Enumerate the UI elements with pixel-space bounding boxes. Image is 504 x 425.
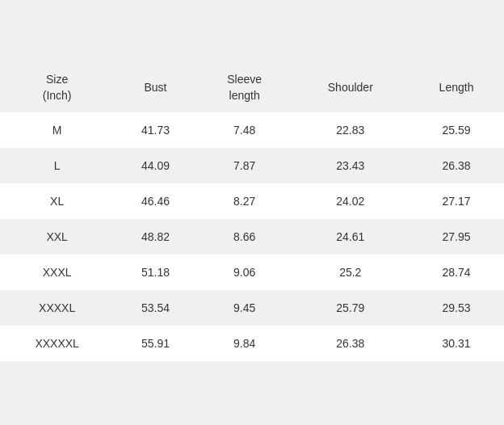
table-row: XXXXL53.549.4525.7929.53	[0, 290, 504, 326]
header-shoulder: Shoulder	[292, 64, 409, 112]
cell-sleeve: 8.27	[197, 183, 292, 219]
size-chart: Size (Inch)BustSleeve lengthShoulderLeng…	[0, 64, 504, 360]
cell-length: 28.74	[409, 255, 504, 290]
cell-sleeve: 9.84	[197, 326, 292, 361]
cell-length: 26.38	[409, 148, 504, 183]
cell-shoulder: 25.79	[292, 290, 409, 326]
table-row: XXXXXL55.919.8426.3830.31	[0, 326, 504, 361]
cell-length: 29.53	[409, 290, 504, 326]
cell-length: 25.59	[409, 112, 504, 148]
table-row: XXXL51.189.0625.228.74	[0, 255, 504, 290]
cell-size: L	[0, 148, 114, 183]
header-size: Size (Inch)	[0, 64, 114, 112]
cell-bust: 41.73	[114, 112, 196, 148]
cell-size: XXXXL	[0, 290, 114, 326]
cell-shoulder: 23.43	[292, 148, 409, 183]
cell-shoulder: 24.02	[292, 183, 409, 219]
cell-bust: 44.09	[114, 148, 196, 183]
cell-sleeve: 8.66	[197, 219, 292, 255]
cell-sleeve: 7.48	[197, 112, 292, 148]
cell-length: 27.95	[409, 219, 504, 255]
cell-bust: 46.46	[114, 183, 196, 219]
cell-bust: 53.54	[114, 290, 196, 326]
cell-bust: 55.91	[114, 326, 196, 361]
cell-length: 27.17	[409, 183, 504, 219]
cell-sleeve: 9.06	[197, 255, 292, 290]
cell-size: M	[0, 112, 114, 148]
header-bust: Bust	[114, 64, 196, 112]
table-row: M41.737.4822.8325.59	[0, 112, 504, 148]
header-sleeve: Sleeve length	[197, 64, 292, 112]
cell-size: XL	[0, 183, 114, 219]
cell-size: XXXL	[0, 255, 114, 290]
table-row: XL46.468.2724.0227.17	[0, 183, 504, 219]
cell-size: XXL	[0, 219, 114, 255]
cell-size: XXXXXL	[0, 326, 114, 361]
cell-shoulder: 26.38	[292, 326, 409, 361]
cell-bust: 48.82	[114, 219, 196, 255]
cell-bust: 51.18	[114, 255, 196, 290]
cell-shoulder: 22.83	[292, 112, 409, 148]
cell-sleeve: 7.87	[197, 148, 292, 183]
cell-length: 30.31	[409, 326, 504, 361]
cell-sleeve: 9.45	[197, 290, 292, 326]
cell-shoulder: 24.61	[292, 219, 409, 255]
cell-shoulder: 25.2	[292, 255, 409, 290]
header-length: Length	[409, 64, 504, 112]
table-row: XXL48.828.6624.6127.95	[0, 219, 504, 255]
table-row: L44.097.8723.4326.38	[0, 148, 504, 183]
header-row: Size (Inch)BustSleeve lengthShoulderLeng…	[0, 64, 504, 112]
